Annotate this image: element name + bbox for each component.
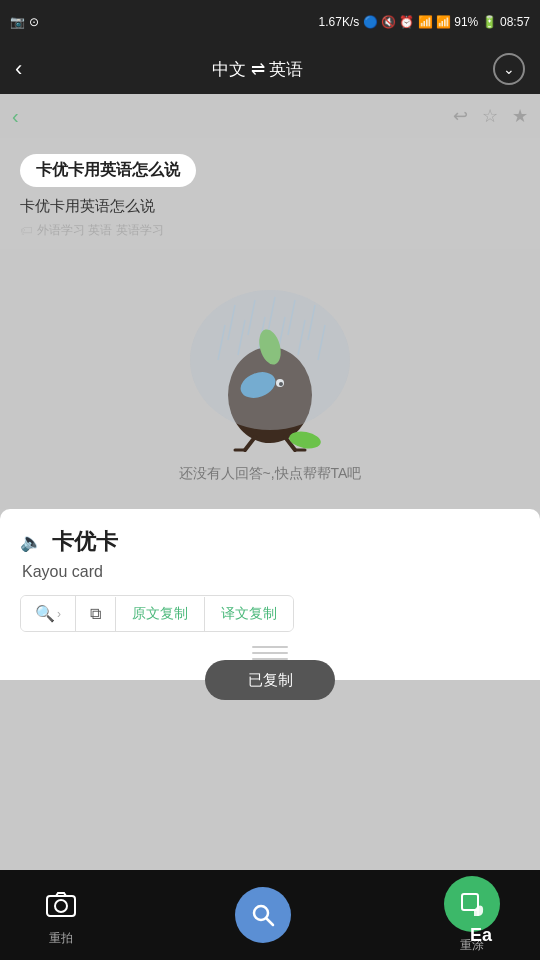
favorite-icon[interactable]: ★ [512, 105, 528, 127]
network-speed: 1.67K/s 🔵 🔇 ⏰ 📶 📶 91% 🔋 08:57 [319, 15, 530, 29]
retouch-button[interactable]: 重涂 Ea [444, 876, 500, 954]
ea-label: Ea [470, 925, 492, 946]
original-copy-button[interactable]: 原文复制 [116, 597, 205, 631]
copied-button[interactable]: 已复制 [205, 660, 335, 700]
tags-text: 外语学习 英语 英语学习 [37, 222, 164, 239]
sub-header: ‹ ↩ ☆ ★ [0, 94, 540, 138]
star-icon[interactable]: ☆ [482, 105, 498, 127]
bottom-toolbar: 重拍 重涂 Ea [0, 870, 540, 960]
english-word: Kayou card [22, 563, 520, 581]
question-text: 卡优卡用英语怎么说 [20, 197, 520, 216]
nav-bar: ‹ 中文 ⇌ 英语 ⌄ [0, 44, 540, 94]
tag-icon: 🏷 [20, 223, 33, 238]
search-button[interactable]: 🔍 › [21, 596, 76, 631]
edit-icon [458, 890, 486, 918]
copy-icon-button[interactable]: ⧉ [76, 597, 116, 631]
sub-action-icons: ↩ ☆ ★ [453, 105, 528, 127]
translation-copy-button[interactable]: 译文复制 [205, 597, 293, 631]
question-tags: 🏷 外语学习 英语 英语学习 [20, 222, 520, 239]
bubble-text: 卡优卡用英语怎么说 [36, 161, 180, 178]
camera-retake-icon [43, 886, 79, 922]
svg-point-22 [55, 900, 67, 912]
retake-label: 重拍 [49, 930, 73, 947]
chinese-word: 卡优卡 [52, 527, 118, 557]
retake-button[interactable]: 重拍 [40, 883, 82, 947]
copied-label: 已复制 [248, 671, 293, 690]
svg-line-24 [266, 918, 273, 925]
refresh-icon[interactable]: ↩ [453, 105, 468, 127]
svg-line-14 [245, 437, 255, 450]
translation-card: 🔈 卡优卡 Kayou card 🔍 › ⧉ 原文复制 译文复制 [0, 509, 540, 680]
status-left: 📷 ⊙ [10, 15, 39, 29]
nav-title: 中文 ⇌ 英语 [212, 58, 303, 81]
arrow-icon: › [57, 607, 61, 621]
status-right: 1.67K/s 🔵 🔇 ⏰ 📶 📶 91% 🔋 08:57 [319, 15, 530, 29]
translation-header: 🔈 卡优卡 [20, 527, 520, 557]
back-button[interactable]: ‹ [15, 56, 22, 82]
speaker-icon[interactable]: 🔈 [20, 531, 42, 553]
no-answer-text: 还没有人回答~,快点帮帮TA吧 [179, 465, 362, 483]
question-bubble: 卡优卡用英语怎么说 [20, 154, 196, 187]
search-center-icon [249, 901, 277, 929]
status-bar: 📷 ⊙ 1.67K/s 🔵 🔇 ⏰ 📶 📶 91% 🔋 08:57 [0, 0, 540, 44]
illustration-area: 还没有人回答~,快点帮帮TA吧 [0, 249, 540, 509]
search-center-button[interactable] [235, 887, 291, 943]
bird-illustration [180, 275, 360, 455]
chevron-down-icon: ⌄ [503, 61, 515, 77]
action-buttons-row: 🔍 › ⧉ 原文复制 译文复制 [20, 595, 294, 632]
camera-status-icon: 📷 [10, 15, 25, 29]
dropdown-button[interactable]: ⌄ [493, 53, 525, 85]
main-content: 卡优卡用英语怎么说 卡优卡用英语怎么说 🏷 外语学习 英语 英语学习 [0, 138, 540, 249]
svg-rect-25 [462, 894, 478, 910]
status-dot: ⊙ [29, 15, 39, 29]
edit-green-button[interactable] [444, 876, 500, 932]
copy-icon: ⧉ [90, 605, 101, 623]
sub-back-icon[interactable]: ‹ [12, 105, 19, 128]
search-icon: 🔍 [35, 604, 55, 623]
